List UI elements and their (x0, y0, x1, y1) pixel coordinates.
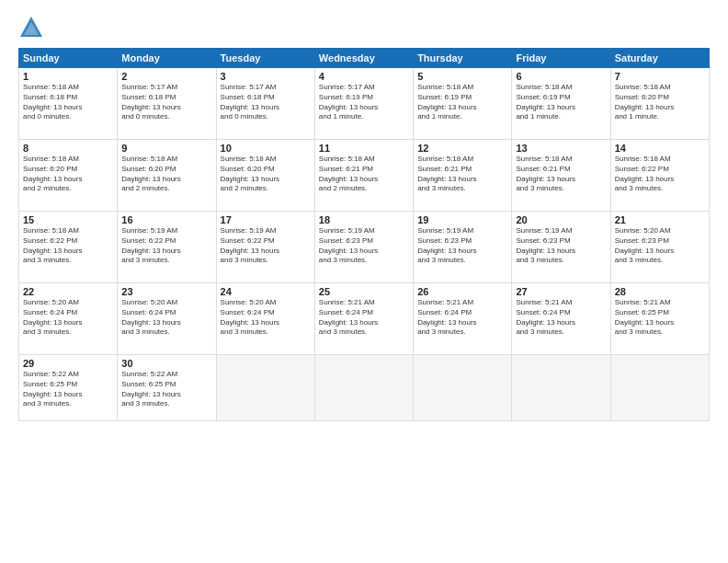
calendar-day-cell: 25Sunrise: 5:21 AM Sunset: 6:24 PM Dayli… (314, 283, 413, 355)
logo-icon (18, 15, 44, 40)
day-number: 19 (417, 214, 507, 225)
day-number: 24 (221, 286, 311, 297)
day-number: 15 (23, 214, 113, 225)
calendar-day-cell: 5Sunrise: 5:18 AM Sunset: 6:19 PM Daylig… (414, 68, 512, 140)
day-number: 17 (221, 214, 311, 225)
calendar: SundayMondayTuesdayWednesdayThursdayFrid… (18, 48, 710, 421)
day-number: 28 (615, 286, 705, 297)
day-number: 29 (23, 358, 113, 369)
calendar-day-cell: 20Sunrise: 5:19 AM Sunset: 6:23 PM Dayli… (512, 212, 610, 283)
day-number: 23 (121, 286, 211, 297)
day-info: Sunrise: 5:18 AM Sunset: 6:21 PM Dayligh… (319, 155, 409, 194)
day-info: Sunrise: 5:19 AM Sunset: 6:23 PM Dayligh… (319, 226, 409, 266)
day-number: 4 (319, 71, 409, 82)
calendar-week-row: 8Sunrise: 5:18 AM Sunset: 6:20 PM Daylig… (19, 140, 710, 212)
calendar-day-cell: 3Sunrise: 5:17 AM Sunset: 6:18 PM Daylig… (216, 68, 314, 140)
calendar-day-cell: 14Sunrise: 5:18 AM Sunset: 6:22 PM Dayli… (610, 140, 709, 212)
calendar-day-cell: 13Sunrise: 5:18 AM Sunset: 6:21 PM Dayli… (512, 140, 610, 212)
day-number: 6 (516, 71, 606, 82)
day-info: Sunrise: 5:19 AM Sunset: 6:23 PM Dayligh… (516, 226, 606, 266)
calendar-day-cell: 17Sunrise: 5:19 AM Sunset: 6:22 PM Dayli… (216, 212, 314, 283)
day-number: 20 (516, 214, 606, 225)
day-number: 16 (121, 214, 211, 225)
day-info: Sunrise: 5:17 AM Sunset: 6:18 PM Dayligh… (121, 83, 211, 122)
calendar-day-cell: 21Sunrise: 5:20 AM Sunset: 6:23 PM Dayli… (610, 212, 709, 283)
calendar-day-cell: 15Sunrise: 5:18 AM Sunset: 6:22 PM Dayli… (19, 212, 118, 283)
calendar-week-row: 15Sunrise: 5:18 AM Sunset: 6:22 PM Dayli… (19, 212, 710, 283)
day-number: 18 (319, 214, 409, 225)
day-info: Sunrise: 5:18 AM Sunset: 6:20 PM Dayligh… (615, 83, 705, 122)
calendar-day-cell: 30Sunrise: 5:22 AM Sunset: 6:25 PM Dayli… (118, 355, 216, 421)
day-info: Sunrise: 5:18 AM Sunset: 6:20 PM Dayligh… (121, 155, 211, 194)
calendar-header-row: SundayMondayTuesdayWednesdayThursdayFrid… (19, 49, 710, 68)
day-info: Sunrise: 5:21 AM Sunset: 6:24 PM Dayligh… (417, 298, 507, 338)
day-info: Sunrise: 5:18 AM Sunset: 6:19 PM Dayligh… (417, 83, 507, 122)
column-header-saturday: Saturday (610, 49, 709, 68)
column-header-tuesday: Tuesday (216, 49, 314, 68)
day-number: 3 (221, 71, 311, 82)
day-number: 25 (319, 286, 409, 297)
calendar-week-row: 1Sunrise: 5:18 AM Sunset: 6:18 PM Daylig… (19, 68, 710, 140)
calendar-day-cell: 1Sunrise: 5:18 AM Sunset: 6:18 PM Daylig… (19, 68, 118, 140)
calendar-day-cell: 28Sunrise: 5:21 AM Sunset: 6:25 PM Dayli… (610, 283, 709, 355)
day-info: Sunrise: 5:19 AM Sunset: 6:23 PM Dayligh… (417, 226, 507, 266)
calendar-day-cell: 11Sunrise: 5:18 AM Sunset: 6:21 PM Dayli… (314, 140, 413, 212)
day-info: Sunrise: 5:18 AM Sunset: 6:22 PM Dayligh… (615, 155, 705, 194)
day-number: 27 (516, 286, 606, 297)
calendar-day-cell: 4Sunrise: 5:17 AM Sunset: 6:19 PM Daylig… (314, 68, 413, 140)
day-info: Sunrise: 5:19 AM Sunset: 6:22 PM Dayligh… (221, 226, 311, 266)
calendar-day-cell: 26Sunrise: 5:21 AM Sunset: 6:24 PM Dayli… (414, 283, 512, 355)
calendar-day-cell: 2Sunrise: 5:17 AM Sunset: 6:18 PM Daylig… (118, 68, 216, 140)
calendar-empty-cell (610, 355, 709, 421)
day-number: 14 (615, 143, 705, 154)
day-number: 5 (417, 71, 507, 82)
calendar-empty-cell (216, 355, 314, 421)
calendar-day-cell: 7Sunrise: 5:18 AM Sunset: 6:20 PM Daylig… (610, 68, 709, 140)
day-number: 2 (121, 71, 211, 82)
calendar-day-cell: 29Sunrise: 5:22 AM Sunset: 6:25 PM Dayli… (19, 355, 118, 421)
day-info: Sunrise: 5:20 AM Sunset: 6:24 PM Dayligh… (121, 298, 211, 338)
calendar-day-cell: 18Sunrise: 5:19 AM Sunset: 6:23 PM Dayli… (314, 212, 413, 283)
day-number: 22 (23, 286, 113, 297)
calendar-empty-cell (512, 355, 610, 421)
day-number: 9 (121, 143, 211, 154)
day-number: 1 (23, 71, 113, 82)
column-header-wednesday: Wednesday (314, 49, 413, 68)
calendar-day-cell: 12Sunrise: 5:18 AM Sunset: 6:21 PM Dayli… (414, 140, 512, 212)
calendar-empty-cell (314, 355, 413, 421)
day-number: 11 (319, 143, 409, 154)
day-info: Sunrise: 5:21 AM Sunset: 6:24 PM Dayligh… (516, 298, 606, 338)
header (18, 15, 710, 40)
day-number: 13 (516, 143, 606, 154)
day-info: Sunrise: 5:18 AM Sunset: 6:18 PM Dayligh… (23, 83, 113, 122)
calendar-day-cell: 27Sunrise: 5:21 AM Sunset: 6:24 PM Dayli… (512, 283, 610, 355)
day-info: Sunrise: 5:18 AM Sunset: 6:21 PM Dayligh… (417, 155, 507, 194)
day-number: 10 (221, 143, 311, 154)
logo (18, 15, 48, 40)
calendar-day-cell: 16Sunrise: 5:19 AM Sunset: 6:22 PM Dayli… (118, 212, 216, 283)
day-info: Sunrise: 5:22 AM Sunset: 6:25 PM Dayligh… (23, 370, 113, 409)
day-info: Sunrise: 5:18 AM Sunset: 6:19 PM Dayligh… (516, 83, 606, 122)
day-number: 12 (417, 143, 507, 154)
day-info: Sunrise: 5:21 AM Sunset: 6:25 PM Dayligh… (615, 298, 705, 338)
day-info: Sunrise: 5:20 AM Sunset: 6:24 PM Dayligh… (23, 298, 113, 338)
day-info: Sunrise: 5:19 AM Sunset: 6:22 PM Dayligh… (121, 226, 211, 266)
day-number: 8 (23, 143, 113, 154)
calendar-day-cell: 19Sunrise: 5:19 AM Sunset: 6:23 PM Dayli… (414, 212, 512, 283)
day-info: Sunrise: 5:18 AM Sunset: 6:21 PM Dayligh… (516, 155, 606, 194)
day-info: Sunrise: 5:21 AM Sunset: 6:24 PM Dayligh… (319, 298, 409, 338)
day-info: Sunrise: 5:17 AM Sunset: 6:19 PM Dayligh… (319, 83, 409, 122)
calendar-day-cell: 22Sunrise: 5:20 AM Sunset: 6:24 PM Dayli… (19, 283, 118, 355)
column-header-friday: Friday (512, 49, 610, 68)
calendar-day-cell: 6Sunrise: 5:18 AM Sunset: 6:19 PM Daylig… (512, 68, 610, 140)
column-header-monday: Monday (118, 49, 216, 68)
day-info: Sunrise: 5:20 AM Sunset: 6:24 PM Dayligh… (221, 298, 311, 338)
calendar-day-cell: 23Sunrise: 5:20 AM Sunset: 6:24 PM Dayli… (118, 283, 216, 355)
column-header-thursday: Thursday (414, 49, 512, 68)
column-header-sunday: Sunday (19, 49, 118, 68)
calendar-day-cell: 8Sunrise: 5:18 AM Sunset: 6:20 PM Daylig… (19, 140, 118, 212)
day-number: 7 (615, 71, 705, 82)
day-info: Sunrise: 5:20 AM Sunset: 6:23 PM Dayligh… (615, 226, 705, 266)
day-info: Sunrise: 5:18 AM Sunset: 6:20 PM Dayligh… (23, 155, 113, 194)
calendar-empty-cell (414, 355, 512, 421)
